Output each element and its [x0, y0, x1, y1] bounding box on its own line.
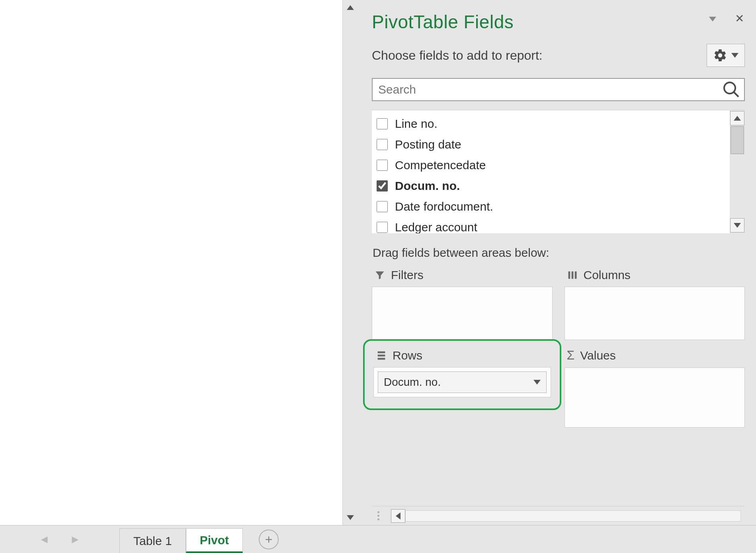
- svg-line-2: [734, 92, 738, 97]
- pane-title: PivotTable Fields: [372, 11, 745, 33]
- close-icon[interactable]: ✕: [735, 12, 744, 25]
- field-item-5[interactable]: Ledger account: [374, 217, 745, 233]
- filter-icon: [374, 270, 385, 281]
- pane-menu-icon[interactable]: [709, 14, 716, 23]
- field-item-0[interactable]: Line no.: [374, 113, 745, 134]
- add-sheet-button[interactable]: +: [259, 530, 279, 549]
- field-label: Docum. no.: [395, 179, 460, 193]
- field-settings-button[interactable]: [707, 44, 745, 67]
- columns-label: Columns: [584, 268, 631, 282]
- svg-rect-7: [378, 355, 385, 357]
- tab-nav-next[interactable]: ►: [70, 533, 81, 546]
- columns-icon: [567, 270, 578, 281]
- fields-list: Line no.Posting dateCompetencedateDocum.…: [372, 110, 745, 233]
- sigma-icon: Σ: [567, 348, 575, 363]
- filters-area[interactable]: Filters: [372, 268, 553, 340]
- resize-handle-icon[interactable]: [377, 511, 385, 520]
- svg-rect-4: [571, 272, 573, 279]
- spreadsheet: A B C 1234567891011121314151617181920212…: [0, 0, 342, 525]
- field-item-4[interactable]: Date fordocument.: [374, 196, 745, 217]
- search-fields-input[interactable]: [372, 78, 745, 101]
- search-icon: [722, 80, 741, 99]
- filters-label: Filters: [391, 268, 424, 282]
- hscroll-track[interactable]: [405, 510, 741, 522]
- hscroll-left[interactable]: [391, 509, 405, 523]
- columns-dropzone[interactable]: [565, 287, 745, 340]
- field-label: Competencedate: [395, 158, 486, 172]
- field-item-3[interactable]: Docum. no.: [374, 176, 745, 196]
- search-input[interactable]: [373, 83, 722, 96]
- scroll-thumb[interactable]: [731, 126, 744, 154]
- sheet-tab-0[interactable]: Table 1: [119, 528, 186, 553]
- field-checkbox[interactable]: [377, 139, 388, 150]
- field-checkbox[interactable]: [377, 222, 388, 233]
- fields-scrollbar[interactable]: [730, 110, 745, 233]
- columns-area[interactable]: Columns: [565, 268, 745, 340]
- rows-label: Rows: [393, 349, 422, 362]
- chevron-down-icon: [533, 380, 541, 385]
- rows-field-label: Docum. no.: [384, 376, 441, 389]
- field-checkbox[interactable]: [377, 201, 388, 212]
- gear-icon: [713, 48, 727, 63]
- filters-dropzone[interactable]: [372, 287, 553, 340]
- sheet-tab-1[interactable]: Pivot: [186, 528, 243, 553]
- field-item-2[interactable]: Competencedate: [374, 155, 745, 176]
- values-area[interactable]: Σ Values: [565, 348, 745, 428]
- field-checkbox[interactable]: [377, 160, 388, 171]
- values-label: Values: [580, 349, 616, 362]
- drag-areas-label: Drag fields between areas below:: [373, 246, 745, 260]
- svg-rect-6: [378, 352, 385, 354]
- rows-icon: [376, 350, 387, 361]
- field-label: Posting date: [395, 138, 461, 151]
- sheet-tab-bar: ◄ ► Table 1Pivot +: [0, 525, 756, 553]
- field-label: Line no.: [395, 117, 438, 131]
- values-dropzone[interactable]: [565, 367, 745, 428]
- rows-area[interactable]: Rows Docum. no.: [372, 348, 553, 428]
- pivottable-fields-pane: ✕ PivotTable Fields Choose fields to add…: [357, 0, 756, 525]
- svg-rect-8: [378, 358, 385, 360]
- rows-field-chip[interactable]: Docum. no.: [378, 371, 547, 393]
- rows-dropzone[interactable]: Docum. no.: [373, 367, 551, 397]
- field-checkbox[interactable]: [377, 180, 388, 191]
- field-checkbox[interactable]: [377, 118, 388, 129]
- svg-rect-5: [574, 272, 576, 279]
- svg-rect-3: [568, 272, 570, 279]
- field-label: Date fordocument.: [395, 200, 493, 213]
- sheet-vertical-scrollbar[interactable]: [342, 0, 357, 525]
- field-item-1[interactable]: Posting date: [374, 134, 745, 155]
- svg-point-1: [724, 82, 735, 94]
- choose-fields-label: Choose fields to add to report:: [372, 48, 543, 63]
- tab-nav-prev[interactable]: ◄: [39, 533, 50, 546]
- field-label: Ledger account: [395, 221, 477, 233]
